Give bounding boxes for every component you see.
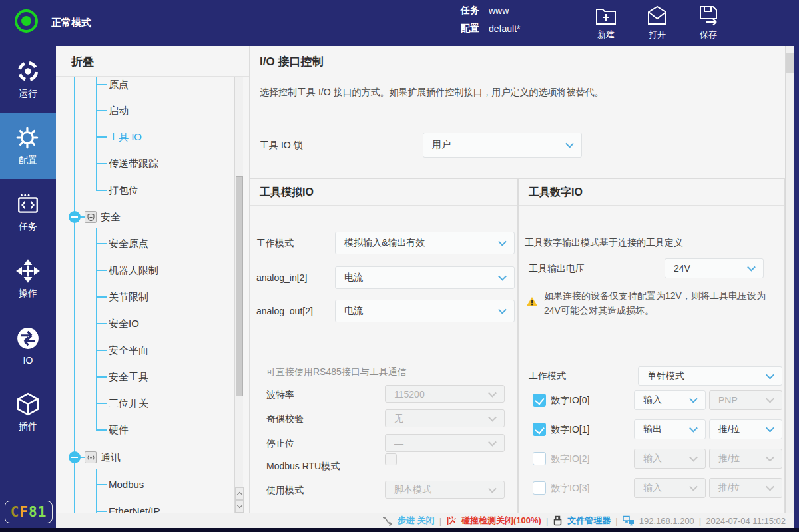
digital-io-0-direction-select[interactable]: 输入 xyxy=(634,390,706,410)
collapse-toggle-icon[interactable] xyxy=(69,211,81,223)
main-scrollbar[interactable] xyxy=(785,46,794,513)
digital-io-3-direction-value: 输入 xyxy=(643,482,662,494)
tree-item-hardware[interactable]: 硬件 xyxy=(109,422,129,438)
tree-item-safety-planes[interactable]: 安全平面 xyxy=(109,342,148,358)
digital-description: 工具数字输出模式基于连接的工具定义 xyxy=(525,237,683,249)
digital-io-3-mode-value: 推/拉 xyxy=(718,482,740,494)
tree-item-conveyor-tracking[interactable]: 传送带跟踪 xyxy=(109,156,158,172)
tree-item-startup[interactable]: 启动 xyxy=(109,103,129,119)
tree-item-label: 安全 xyxy=(101,211,121,224)
collapse-toggle-icon[interactable] xyxy=(69,451,81,463)
tree-connector xyxy=(96,77,97,191)
page-title: I/O 接口控制 xyxy=(260,54,323,69)
sidebar-item-task[interactable]: 任务 xyxy=(0,179,56,246)
tree-item-joint-limits[interactable]: 关节限制 xyxy=(109,289,148,305)
digital-io-1-mode-select[interactable]: 推/拉 xyxy=(709,419,782,439)
tree-item-pack-position[interactable]: 打包位 xyxy=(109,182,138,198)
digital-work-mode-value: 单针模式 xyxy=(647,370,684,382)
sidebar-item-config[interactable]: 配置 xyxy=(0,113,56,179)
section-header: I/O 接口控制 xyxy=(250,46,785,75)
analog-in-select[interactable]: 电流 xyxy=(335,266,515,289)
separator: | xyxy=(615,516,617,526)
scroll-down-button[interactable] xyxy=(235,500,244,513)
tree-item-tool-io[interactable]: 工具 IO xyxy=(109,129,142,145)
open-button-label: 打开 xyxy=(649,29,666,41)
tree-scrollbar[interactable] xyxy=(234,77,243,513)
tree-item-robot-limits[interactable]: 机器人限制 xyxy=(109,262,158,278)
shield-icon xyxy=(85,211,97,223)
step-mode-status[interactable]: 步进 关闭 xyxy=(398,515,435,527)
panel-header: 工具模拟IO xyxy=(250,179,517,206)
collision-detect-status[interactable]: 碰撞检测关闭(100%) xyxy=(461,515,541,527)
scroll-up-button[interactable] xyxy=(235,487,244,500)
baud-rate-value: 115200 xyxy=(394,389,425,399)
digital-io-1-direction-select[interactable]: 输出 xyxy=(634,419,706,439)
new-button[interactable]: 新建 xyxy=(595,4,617,41)
rs485-note: 可直接使用RS485接口与工具通信 xyxy=(266,365,407,378)
analog-out-select[interactable]: 电流 xyxy=(335,300,515,322)
tree-scrollbar-thumb[interactable] xyxy=(236,176,243,396)
digital-io-0-mode-value: PNP xyxy=(718,395,738,405)
digital-io-2-checkbox[interactable] xyxy=(533,452,546,465)
open-button[interactable]: 打开 xyxy=(646,4,668,41)
network-icon xyxy=(623,515,635,526)
tree-collapse-button[interactable]: 折叠 xyxy=(56,46,249,77)
separator: | xyxy=(439,516,441,526)
tree-item-ethernet-ip[interactable]: EtherNet/IP xyxy=(109,503,160,513)
usb-icon xyxy=(553,515,563,526)
tree-item-modbus[interactable]: Modbus xyxy=(109,477,144,493)
separator: | xyxy=(546,516,548,526)
antenna-icon xyxy=(85,451,97,463)
tree-body: 原点 启动 工具 IO 传送带跟踪 打包位 安全 安全原点 机器人限制 关节限制… xyxy=(56,77,249,513)
task-label: 任务 xyxy=(461,5,479,17)
digital-io-1-checkbox[interactable] xyxy=(533,423,546,436)
sidebar-item-run[interactable]: 运行 xyxy=(0,46,56,113)
new-folder-icon xyxy=(595,4,617,28)
config-value: default* xyxy=(489,23,520,34)
plugin-cube-icon xyxy=(16,392,40,416)
main-scrollbar-thumb[interactable] xyxy=(786,53,794,73)
digital-io-0-checkbox[interactable] xyxy=(533,394,546,407)
analog-in-label: analog_in[2] xyxy=(256,271,307,284)
analog-panel-title: 工具模拟IO xyxy=(260,186,314,200)
sidebar-io-label: IO xyxy=(23,355,33,366)
digital-io-1-label: 数字IO[1] xyxy=(551,423,589,436)
tree-item-home[interactable]: 原点 xyxy=(109,77,129,93)
use-mode-value: 脚本模式 xyxy=(394,484,431,496)
stop-bit-select: — xyxy=(385,434,505,452)
badge-char-c: C xyxy=(11,504,20,520)
tree-item-safety-tool[interactable]: 安全工具 xyxy=(109,369,148,385)
tool-voltage-select[interactable]: 24V xyxy=(665,258,764,278)
digital-panel-title: 工具数字IO xyxy=(529,186,583,200)
save-button-label: 保存 xyxy=(700,29,717,41)
tree-item-safety-io[interactable]: 安全IO xyxy=(109,316,139,332)
tree-item-three-position-switch[interactable]: 三位开关 xyxy=(109,396,148,411)
run-icon xyxy=(16,59,40,83)
sidebar-item-plugin[interactable]: 插件 xyxy=(0,379,56,445)
divider xyxy=(260,342,509,342)
save-button[interactable]: 保存 xyxy=(697,4,720,41)
statusbar: 步进 关闭 | 碰撞检测关闭(100%) | 文件管理器 | xyxy=(56,513,794,528)
window-border xyxy=(0,528,799,532)
sidebar-operate-label: 操作 xyxy=(19,288,37,300)
digital-io-3-mode-select: 推/拉 xyxy=(709,478,782,498)
tree-item-communication[interactable]: 通讯 xyxy=(69,449,121,465)
sidebar-item-operate[interactable]: 操作 xyxy=(0,246,56,312)
tree-item-safety-home[interactable]: 安全原点 xyxy=(109,236,148,252)
digital-io-3-checkbox[interactable] xyxy=(533,481,546,495)
badge-number: 81 xyxy=(29,504,47,520)
parity-label: 奇偶校验 xyxy=(266,412,304,425)
save-icon xyxy=(697,4,720,28)
sidebar-item-io[interactable]: IO xyxy=(0,312,56,379)
tool-io-lock-select[interactable]: 用户 xyxy=(423,133,582,158)
digital-io-3-label: 数字IO[3] xyxy=(551,481,589,495)
digital-io-0-label: 数字IO[0] xyxy=(551,394,589,407)
tree-item-safety[interactable]: 安全 xyxy=(69,209,121,225)
digital-work-mode-select[interactable]: 单针模式 xyxy=(638,366,782,386)
use-mode-label: 使用模式 xyxy=(266,483,304,497)
badge-char-f: F xyxy=(19,504,29,520)
analog-work-mode-select[interactable]: 模拟输入&输出有效 xyxy=(335,232,515,254)
digital-io-1-direction-value: 输出 xyxy=(643,423,662,435)
file-manager-link[interactable]: 文件管理器 xyxy=(567,515,611,527)
stop-bit-value: — xyxy=(394,438,403,449)
